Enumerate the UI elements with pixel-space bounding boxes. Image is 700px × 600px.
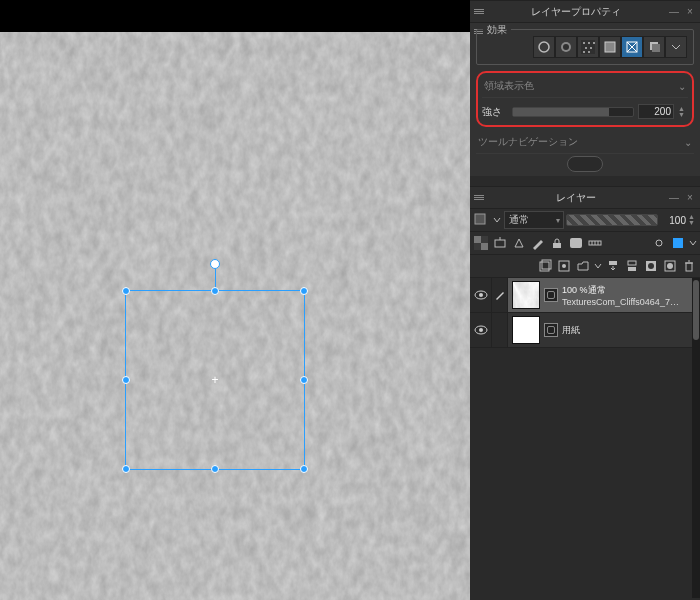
effect-reflect-icon[interactable] [643, 36, 665, 58]
new-folder-icon[interactable] [574, 257, 592, 275]
handle-bottom-left[interactable] [122, 465, 130, 473]
palette-color-icon[interactable] [472, 211, 490, 229]
merge-down-icon[interactable] [623, 257, 641, 275]
effect-layer-color-icon[interactable] [599, 36, 621, 58]
scrollbar-thumb[interactable] [693, 280, 699, 340]
tool-navigation-label: ツールナビゲーション [478, 135, 578, 149]
delete-layer-icon[interactable] [680, 257, 698, 275]
strength-stepper[interactable]: ▲▼ [678, 106, 688, 118]
effect-overlay-texture-icon[interactable] [621, 36, 643, 58]
transform-bounding-box[interactable]: + [125, 290, 305, 470]
panel-close-icon[interactable]: × [684, 192, 696, 203]
handle-top-right[interactable] [300, 287, 308, 295]
layer-name[interactable]: 用紙 [562, 324, 580, 337]
svg-point-49 [479, 293, 483, 297]
expand-toggle-icon[interactable]: ⌄ [684, 137, 692, 148]
layer-opacity-value: 100 [660, 215, 686, 226]
layer-thumbnail [512, 281, 540, 309]
light-table-icon[interactable] [491, 234, 509, 252]
strength-label: 強さ [482, 105, 508, 119]
svg-point-44 [667, 263, 673, 269]
handle-bottom-right[interactable] [300, 465, 308, 473]
opacity-stepper[interactable]: ▲▼ [688, 214, 698, 226]
new-vector-layer-icon[interactable] [555, 257, 573, 275]
link-icon[interactable] [650, 234, 668, 252]
edit-target-placeholder [492, 313, 508, 347]
create-mask-icon[interactable] [642, 257, 660, 275]
layer-color-icon[interactable] [669, 234, 687, 252]
layers-panel-header[interactable]: レイヤー — × [470, 187, 700, 209]
handle-left[interactable] [122, 376, 130, 384]
panel-menu-icon[interactable] [474, 195, 484, 200]
transfer-down-icon[interactable] [604, 257, 622, 275]
dropdown-icon[interactable] [688, 234, 698, 252]
panel-minimize-icon[interactable]: — [668, 192, 680, 203]
panel-minimize-icon[interactable]: — [668, 6, 680, 17]
reference-layer-icon[interactable] [510, 234, 528, 252]
draft-layer-icon[interactable] [529, 234, 547, 252]
lock-checker-icon[interactable] [472, 234, 490, 252]
effect-icon-row [483, 36, 687, 58]
layer-list: 100 %通常 TexturesCom_Cliffs0464_7_seamles… [470, 278, 700, 598]
svg-rect-23 [474, 236, 481, 243]
svg-rect-21 [475, 214, 485, 224]
new-raster-layer-icon[interactable] [536, 257, 554, 275]
mask-enable-icon[interactable] [567, 234, 585, 252]
svg-rect-27 [553, 243, 561, 248]
handle-top[interactable] [211, 287, 219, 295]
svg-point-5 [563, 44, 569, 50]
dropdown-icon[interactable] [492, 211, 502, 229]
visibility-toggle-icon[interactable] [470, 313, 492, 347]
svg-rect-40 [628, 267, 636, 271]
layer-row[interactable]: 用紙 [470, 313, 700, 348]
handle-top-left[interactable] [122, 287, 130, 295]
layer-list-scrollbar[interactable] [692, 278, 700, 598]
svg-point-37 [562, 264, 566, 268]
svg-point-8 [588, 42, 590, 44]
expand-toggle-icon[interactable]: ⌄ [678, 81, 686, 92]
canvas-viewport[interactable]: + [0, 0, 470, 600]
edit-target-icon[interactable] [492, 278, 508, 312]
highlight-callout: 領域表示色 ⌄ 強さ 200 ▲▼ [476, 71, 694, 127]
layer-action-toolbar [470, 255, 700, 278]
layer-opacity-text: 100 %通常 [562, 284, 682, 297]
layer-name[interactable]: TexturesCom_Cliffs0464_7_seamless [562, 297, 682, 307]
svg-rect-24 [481, 243, 488, 250]
handle-right[interactable] [300, 376, 308, 384]
svg-rect-35 [542, 260, 551, 269]
svg-point-7 [583, 42, 585, 44]
tool-nav-dial[interactable] [567, 156, 603, 172]
region-display-color-label: 領域表示色 [484, 79, 534, 93]
effect-outline-icon[interactable] [555, 36, 577, 58]
effect-border-icon[interactable] [533, 36, 555, 58]
strength-slider[interactable] [512, 107, 634, 117]
layer-property-panel-header[interactable]: レイヤープロパティ — × [470, 1, 700, 23]
blend-mode-select[interactable]: 通常 ▾ [504, 211, 564, 229]
svg-rect-28 [570, 238, 582, 248]
pivot-center-icon[interactable]: + [209, 374, 221, 386]
apply-mask-icon[interactable] [661, 257, 679, 275]
layer-row[interactable]: 100 %通常 TexturesCom_Cliffs0464_7_seamles… [470, 278, 700, 313]
lock-icon[interactable] [548, 234, 566, 252]
strength-value-field[interactable]: 200 [638, 104, 674, 119]
rotate-handle[interactable] [210, 259, 220, 269]
svg-point-13 [588, 51, 590, 53]
visibility-toggle-icon[interactable] [470, 278, 492, 312]
panel-menu-icon[interactable] [474, 9, 484, 14]
layers-title: レイヤー [488, 191, 664, 205]
paper-badge-icon [544, 323, 558, 337]
dropdown-icon[interactable] [593, 257, 603, 275]
effect-dropdown-icon[interactable] [665, 36, 687, 58]
layer-opacity-slider[interactable] [566, 214, 658, 226]
svg-rect-50 [513, 282, 540, 309]
panel-close-icon[interactable]: × [684, 6, 696, 17]
svg-rect-34 [540, 262, 549, 271]
ruler-icon[interactable] [586, 234, 604, 252]
svg-point-11 [590, 47, 592, 49]
svg-rect-25 [495, 240, 505, 247]
blend-mode-value: 通常 [509, 213, 529, 227]
handle-bottom[interactable] [211, 465, 219, 473]
effect-tone-icon[interactable] [577, 36, 599, 58]
svg-rect-39 [628, 261, 636, 265]
svg-rect-45 [686, 263, 692, 271]
